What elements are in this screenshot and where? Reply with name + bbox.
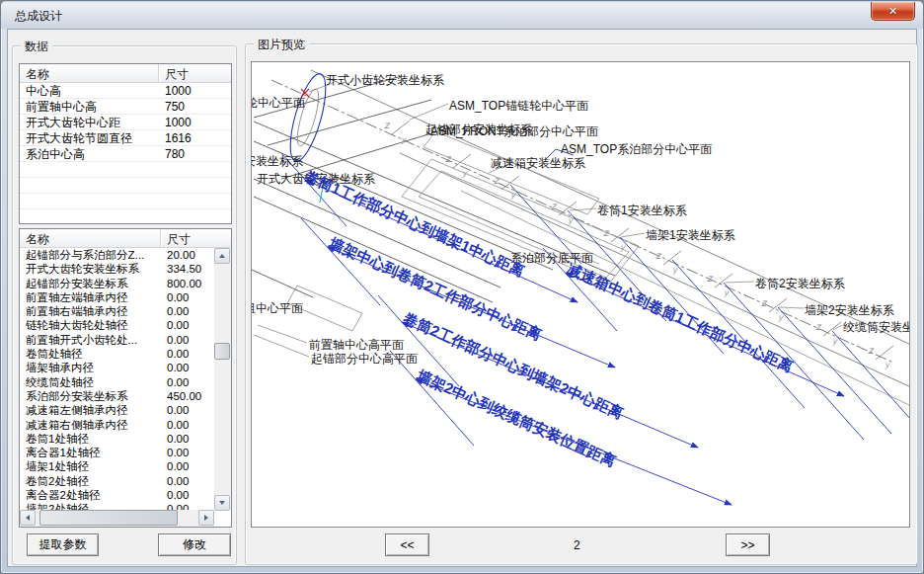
table-row[interactable]: 前置轴中心高750 <box>20 99 231 115</box>
table-cell: 750 <box>159 99 230 115</box>
chain-wheel <box>283 70 333 165</box>
scroll-down-button[interactable] <box>214 495 230 511</box>
horizontal-scroll-thumb[interactable] <box>39 510 178 526</box>
extract-params-button[interactable]: 提取参数 <box>27 533 99 556</box>
table-cell: 卷筒2处轴径 <box>20 474 161 488</box>
column-header-name[interactable]: 名称 <box>20 64 159 82</box>
table-cell: 800.00 <box>161 277 214 290</box>
table-cell: 开式大齿轮中心距 <box>20 115 159 130</box>
scroll-right-button[interactable] <box>198 510 214 526</box>
table-row[interactable]: 起锚部分与系泊部分Z...20.00 <box>20 248 214 262</box>
table-row[interactable]: 离合器1处轴径0.00 <box>20 446 214 459</box>
prev-page-button[interactable]: << <box>385 533 429 556</box>
table-cell: 334.50 <box>161 262 214 276</box>
svg-text:y: y <box>832 336 838 346</box>
table-cell: 开式大齿轮安装坐标系 <box>20 262 161 276</box>
close-icon: ✕ <box>888 5 897 17</box>
column-header-size[interactable]: 尺寸 <box>159 64 230 82</box>
scroll-left-button[interactable] <box>20 510 36 526</box>
table-row[interactable]: 前置轴右端轴承内径0.00 <box>20 304 214 318</box>
table-cell: 绞缆筒处轴径 <box>20 375 161 389</box>
svg-text:z: z <box>384 120 391 130</box>
table-cell: 系泊中心高 <box>20 146 159 162</box>
table-row[interactable]: 前置轴左端轴承内径0.00 <box>20 290 214 304</box>
svg-text:z: z <box>815 321 822 332</box>
construction-lines <box>252 70 910 406</box>
table-cell: 1616 <box>159 130 230 146</box>
table-cell: 0.00 <box>161 488 214 502</box>
table-row[interactable]: 减速箱左侧轴承内径0.00 <box>20 403 214 417</box>
scroll-right-icon <box>204 515 208 521</box>
column-header-size[interactable]: 尺寸 <box>161 229 214 247</box>
svg-text:y: y <box>778 312 784 322</box>
table-cell: 0.00 <box>161 432 214 446</box>
table-row[interactable]: 墙架轴承内径0.00 <box>20 361 214 374</box>
table-cell: 前置轴右端轴承内径 <box>20 304 161 318</box>
table-row[interactable]: 绞缆筒处轴径0.00 <box>20 375 214 389</box>
vertical-scrollbar[interactable] <box>214 248 231 511</box>
table-cell: 0.00 <box>161 446 214 459</box>
table-cell: 0.00 <box>161 375 214 389</box>
modify-button[interactable]: 修改 <box>158 533 231 556</box>
table-row[interactable]: 卷筒处轴径0.00 <box>20 347 214 361</box>
next-page-button[interactable]: >> <box>726 533 770 556</box>
column-header-name[interactable]: 名称 <box>20 229 161 247</box>
datum-markers <box>301 89 339 203</box>
table-cell: 链轮轴大齿轮处轴径 <box>20 318 161 332</box>
svg-text:z: z <box>707 273 714 284</box>
table-cell: 离合器1处轴径 <box>20 446 161 459</box>
svg-text:z: z <box>655 250 662 261</box>
vertical-scroll-thumb[interactable] <box>214 343 230 360</box>
axis-marker-labels: zzz zzz zzzz yyy yyy yyyy <box>384 120 890 369</box>
table-row[interactable]: 开式大齿轮安装坐标系334.50 <box>20 262 214 276</box>
params-table: 名称 尺寸 中心高1000前置轴中心高750开式大齿轮中心距1000开式大齿轮节… <box>19 63 232 224</box>
dims-table-body: 起锚部分与系泊部分Z...20.00开式大齿轮安装坐标系334.50起锚部分安装… <box>20 248 214 511</box>
svg-text:y: y <box>568 215 574 225</box>
table-row[interactable]: 离合器2处轴径0.00 <box>20 488 214 502</box>
table-row[interactable]: 开式大齿轮节圆直径1616 <box>20 130 231 146</box>
table-cell: 1000 <box>159 115 230 130</box>
svg-text:y: y <box>401 134 407 144</box>
preview-image-area: zzz zzz zzzz yyy yyy yyyy <box>251 61 910 528</box>
cad-drawing: zzz zzz zzzz yyy yyy yyyy <box>252 62 910 528</box>
horizontal-scrollbar[interactable] <box>20 510 214 527</box>
table-row[interactable]: 卷筒2处轴径0.00 <box>20 474 214 488</box>
table-cell: 前置轴左端轴承内径 <box>20 290 161 304</box>
table-cell: 0.00 <box>161 347 214 361</box>
table-row[interactable]: 中心高1000 <box>20 83 231 99</box>
table-row[interactable]: 系泊部分安装坐标系450.00 <box>20 389 214 403</box>
table-row[interactable]: 起锚部分安装坐标系800.00 <box>20 277 214 290</box>
params-table-header[interactable]: 名称 尺寸 <box>20 64 231 83</box>
scroll-up-button[interactable] <box>214 248 230 264</box>
scroll-left-icon <box>26 515 30 521</box>
table-cell: 前置轴中心高 <box>20 99 159 115</box>
close-button[interactable]: ✕ <box>871 2 915 21</box>
data-group-caption: 数据 <box>21 39 52 55</box>
table-row[interactable]: 链轮轴大齿轮处轴径0.00 <box>20 318 214 332</box>
table-cell: 卷筒1处轴径 <box>20 432 161 446</box>
table-row[interactable]: 系泊中心高780 <box>20 146 231 162</box>
table-cell: 卷筒处轴径 <box>20 347 161 361</box>
table-row[interactable]: 墙架1处轴径0.00 <box>20 459 214 473</box>
title-bar[interactable]: 总成设计 ✕ <box>1 1 923 29</box>
table-row[interactable]: 卷筒1处轴径0.00 <box>20 432 214 446</box>
table-cell: 0.00 <box>161 290 214 304</box>
table-row[interactable]: 前置轴开式小齿轮处...0.00 <box>20 333 214 347</box>
table-cell: 0.00 <box>161 361 214 374</box>
table-cell: 减速箱右侧轴承内径 <box>20 418 161 432</box>
table-row[interactable]: 减速箱右侧轴承内径0.00 <box>20 418 214 432</box>
table-cell: 0.00 <box>161 459 214 473</box>
table-cell: 0.00 <box>161 304 214 318</box>
scroll-up-icon <box>219 254 225 258</box>
preview-group-caption: 图片预览 <box>254 37 309 53</box>
window-title: 总成设计 <box>15 8 62 25</box>
table-cell: 0.00 <box>161 403 214 417</box>
table-cell: 1000 <box>159 83 230 99</box>
svg-text:y: y <box>672 265 678 275</box>
table-row[interactable]: 开式大齿轮中心距1000 <box>20 115 231 130</box>
page-number: 2 <box>574 538 580 552</box>
svg-text:z: z <box>868 345 875 356</box>
dims-table-header[interactable]: 名称 尺寸 <box>20 229 231 248</box>
table-cell: 前置轴开式小齿轮处... <box>20 333 161 347</box>
table-cell: 中心高 <box>20 83 159 99</box>
